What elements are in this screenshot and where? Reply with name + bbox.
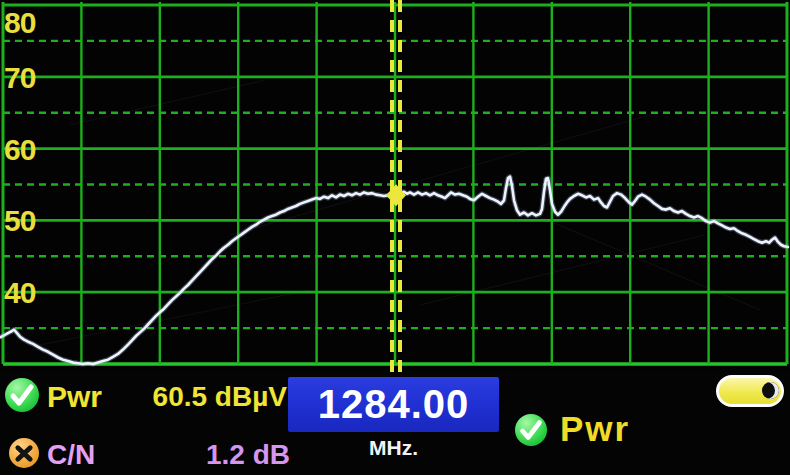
pwr-label: Pwr bbox=[47, 380, 102, 414]
cn-label: C/N bbox=[47, 439, 95, 471]
spectrum-chart-area: 8070605040 bbox=[0, 0, 790, 373]
pwr-value: 60.5 dBµV bbox=[110, 381, 287, 413]
cn-status-cross-icon bbox=[9, 438, 39, 468]
spectrum-chart: 8070605040 bbox=[0, 0, 790, 373]
satfinder-screen: 8070605040 Pwr 60.5 dBµV 1284.00 MHz. Pw… bbox=[0, 0, 790, 475]
battery-nub bbox=[762, 382, 779, 399]
marker-mode-label: Pwr bbox=[560, 409, 630, 449]
y-axis-label: 80 bbox=[4, 6, 36, 39]
frequency-unit: MHz. bbox=[288, 436, 499, 460]
y-axis-label: 40 bbox=[4, 276, 36, 309]
marker-status-check-icon bbox=[515, 414, 547, 446]
y-axis-label: 50 bbox=[4, 204, 36, 237]
cn-value: 1.2 dB bbox=[120, 439, 290, 471]
status-bar: Pwr 60.5 dBµV 1284.00 MHz. Pwr C/N 1.2 d… bbox=[0, 372, 790, 475]
frequency-display: 1284.00 bbox=[288, 377, 499, 432]
frequency-value: 1284.00 bbox=[318, 382, 470, 427]
battery-icon bbox=[716, 375, 784, 407]
y-axis-label: 60 bbox=[4, 133, 36, 166]
y-axis-label: 70 bbox=[4, 61, 36, 94]
pwr-status-check-icon bbox=[5, 378, 39, 412]
